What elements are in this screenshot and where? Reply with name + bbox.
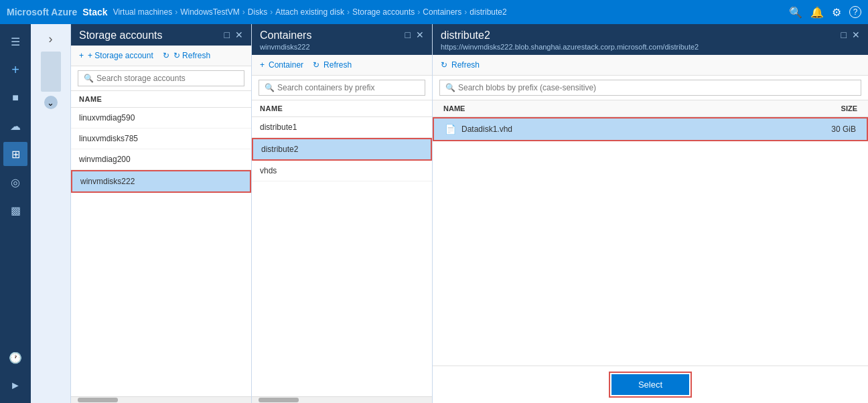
refresh-icon: ↻ (441, 60, 447, 70)
storage-search-input[interactable] (96, 74, 238, 83)
sidebar-hamburger[interactable]: ☰ (3, 29, 27, 54)
containers-h-scrollbar[interactable] (259, 398, 299, 402)
containers-refresh-button[interactable]: ↻ Refresh (313, 60, 352, 70)
distribute2-minimize[interactable]: □ (841, 29, 847, 40)
list-item[interactable]: linuxvmdisks785 (71, 129, 251, 149)
distribute2-refresh-button[interactable]: ↻ Refresh (441, 60, 480, 70)
breadcrumb-testvm[interactable]: WindowsTestVM (180, 7, 240, 17)
storage-accounts-title: Storage accounts (79, 29, 163, 42)
sidebar-monitor[interactable]: ▩ (3, 198, 27, 222)
breadcrumb-storage[interactable]: Storage accounts (352, 7, 415, 17)
blob-name: Datadisk1.vhd (461, 125, 802, 134)
containers-close[interactable]: ✕ (416, 29, 424, 40)
containers-refresh-label: Refresh (323, 60, 352, 70)
breadcrumb: Virtual machines › WindowsTestVM › Disks… (113, 7, 784, 17)
list-item-distribute1[interactable]: distribute1 (252, 117, 432, 138)
plus-icon: + (260, 60, 265, 70)
bell-icon[interactable]: 🔔 (810, 6, 824, 19)
list-item[interactable]: winvmdiag200 (71, 149, 251, 170)
sep5: › (417, 7, 420, 17)
containers-title: Containers (260, 29, 311, 42)
sep2: › (242, 7, 245, 17)
sep4: › (347, 7, 350, 17)
select-button[interactable]: Select (611, 374, 689, 395)
stub-chevron[interactable]: › (49, 32, 53, 46)
distribute2-panel: distribute2 https://winvmdisks222.blob.s… (433, 24, 868, 403)
top-bar: Microsoft Azure Stack Virtual machines ›… (0, 0, 868, 24)
sidebar: ☰ + ■ ☁ ⊞ ◎ ▩ 🕐 ► (0, 24, 31, 403)
blob-table-header: NAME SIZE (433, 100, 868, 117)
containers-toolbar: + Container ↻ Refresh (252, 55, 432, 76)
add-storage-account-label: + Storage account (88, 51, 153, 60)
list-item-vhds[interactable]: vhds (252, 161, 432, 181)
containers-scrollbar[interactable] (252, 396, 432, 403)
search-icon[interactable]: 🔍 (789, 6, 802, 19)
sep6: › (464, 7, 467, 17)
search-box-icon: 🔍 (84, 74, 94, 83)
storage-accounts-refresh-button[interactable]: ↻ ↻ Refresh (163, 51, 210, 60)
blob-search-input[interactable] (458, 83, 855, 92)
blob-empty-area (433, 141, 868, 366)
stub-expand-icon[interactable]: ⌄ (44, 96, 58, 109)
sidebar-globe[interactable]: ◎ (3, 170, 27, 194)
distribute2-header: distribute2 https://winvmdisks222.blob.s… (433, 24, 868, 55)
main-layout: ☰ + ■ ☁ ⊞ ◎ ▩ 🕐 ► › ⌄ Storage accounts □ (0, 24, 868, 403)
distribute2-toolbar: ↻ Refresh (433, 55, 868, 76)
breadcrumb-containers[interactable]: Containers (423, 7, 461, 17)
blob-footer: Select (433, 366, 868, 403)
app-name: Stack (82, 7, 107, 17)
search-box-icon: 🔍 (445, 83, 455, 92)
sep3: › (270, 7, 273, 17)
containers-header-controls: □ ✕ (405, 29, 424, 40)
sidebar-dashboard[interactable]: ■ (3, 86, 27, 110)
sidebar-new[interactable]: + (3, 58, 27, 82)
sidebar-cloud[interactable]: ☁ (3, 114, 27, 138)
app-title: Microsoft Azure (7, 7, 77, 17)
blob-file-icon: 📄 (445, 124, 456, 135)
add-container-label: Container (269, 60, 303, 70)
storage-accounts-list: linuxvmdiag590 linuxvmdisks785 winvmdiag… (71, 108, 251, 396)
breadcrumb-disks[interactable]: Disks (248, 7, 267, 17)
storage-accounts-minimize[interactable]: □ (224, 29, 230, 40)
blob-col-name: NAME (443, 104, 804, 112)
refresh-icon: ↻ (313, 60, 319, 70)
containers-header: Containers winvmdisks222 □ ✕ (252, 24, 432, 55)
storage-scrollbar[interactable] (71, 396, 251, 403)
breadcrumb-distribute2[interactable]: distribute2 (469, 7, 506, 17)
storage-refresh-label: ↻ Refresh (173, 51, 210, 60)
sidebar-clock[interactable]: 🕐 (3, 345, 27, 370)
list-item-winvmdisks222[interactable]: winvmdisks222 (71, 170, 251, 193)
storage-search-box: 🔍 (78, 70, 244, 86)
distribute2-header-controls: □ ✕ (841, 29, 860, 40)
storage-accounts-col-name: NAME (71, 91, 251, 108)
containers-minimize[interactable]: □ (405, 29, 411, 40)
distribute2-refresh-label: Refresh (451, 60, 480, 70)
distribute2-title: distribute2 (441, 29, 699, 42)
plus-icon: + (79, 51, 84, 60)
storage-accounts-search: 🔍 (71, 66, 251, 91)
breadcrumb-attach[interactable]: Attach existing disk (275, 7, 344, 17)
sidebar-grid[interactable]: ⊞ (3, 142, 27, 166)
distribute2-close[interactable]: ✕ (852, 29, 860, 40)
sidebar-expand[interactable]: ► (3, 374, 27, 398)
blob-search-box: 🔍 (439, 80, 861, 96)
storage-h-scrollbar[interactable] (78, 398, 118, 402)
containers-panel: Containers winvmdisks222 □ ✕ + Container… (252, 24, 433, 403)
add-container-button[interactable]: + Container (260, 60, 303, 70)
storage-accounts-close[interactable]: ✕ (235, 29, 243, 40)
list-item[interactable]: linuxvmdiag590 (71, 108, 251, 129)
panel-stub: › ⌄ (31, 24, 71, 403)
refresh-icon: ↻ (163, 51, 169, 60)
containers-search-input[interactable] (277, 83, 419, 92)
gear-icon[interactable]: ⚙ (832, 6, 841, 19)
help-icon[interactable]: ? (849, 6, 861, 18)
search-box-icon: 🔍 (265, 83, 275, 92)
blob-size: 30 GiB (802, 125, 856, 134)
blob-col-size: SIZE (804, 104, 857, 112)
breadcrumb-vm[interactable]: Virtual machines (113, 7, 173, 17)
distribute2-subtitle: https://winvmdisks222.blob.shanghai.azur… (441, 43, 699, 51)
add-storage-account-button[interactable]: + + Storage account (79, 51, 153, 60)
blob-row-datadisk[interactable]: 📄 Datadisk1.vhd 30 GiB (433, 117, 868, 141)
containers-subtitle: winvmdisks222 (260, 43, 311, 51)
list-item-distribute2[interactable]: distribute2 (252, 138, 432, 161)
